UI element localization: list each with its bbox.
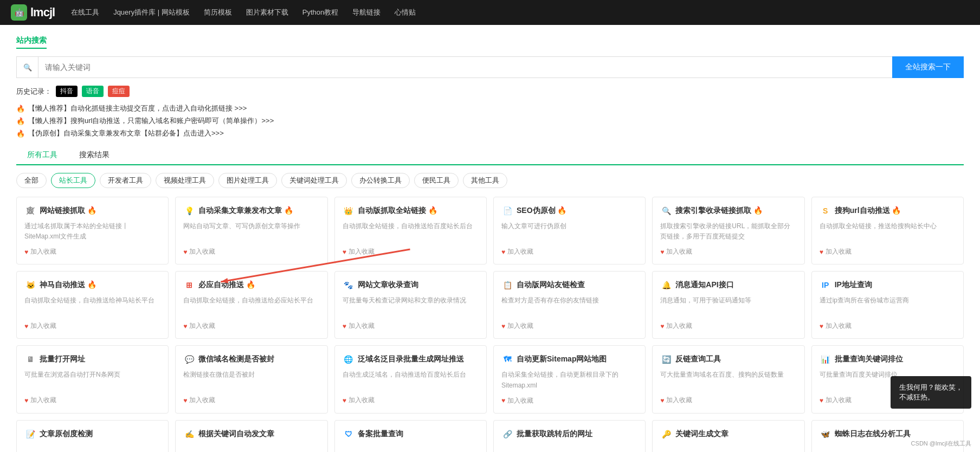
tool-card-14[interactable]: 🌐 泛域名泛目录批量生成网址推送 自动生成泛域名，自动推送给百度站长后台 ♥ 加… <box>334 345 487 413</box>
fav-heart-icon: ♥ <box>820 397 823 404</box>
tool-card-fav-5[interactable]: ♥ 加入收藏 <box>820 247 956 256</box>
fav-heart-icon: ♥ <box>24 397 28 404</box>
tool-card-fav-16[interactable]: ♥ 加入收藏 <box>660 396 796 405</box>
tool-card-11[interactable]: IP IP地址查询 通过ip查询所在省份城市运营商 ♥ 加入收藏 <box>811 271 964 339</box>
tool-card-fav-4[interactable]: ♥ 加入收藏 <box>660 247 796 256</box>
history-tag-痘痘[interactable]: 痘痘 <box>108 86 130 97</box>
tool-card-title-23: 🦋 蜘蛛日志在线分析工具 <box>820 428 956 440</box>
tool-icon-20: 🛡 <box>343 428 354 440</box>
tool-card-fav-3[interactable]: ♥ 加入收藏 <box>501 247 637 256</box>
tool-card-title-22: 🔑 关键词生成文章 <box>660 428 796 440</box>
tool-icon-19: ✍ <box>183 428 195 440</box>
tool-card-fav-7[interactable]: ♥ 加入收藏 <box>183 321 319 331</box>
filter-其他工具[interactable]: 其他工具 <box>463 173 507 188</box>
tool-card-21[interactable]: 🔗 批量获取跳转后的网址 ♥ 加入收藏 <box>493 420 646 452</box>
promo-item[interactable]: 🔥【懒人推荐】搜狗url自动推送，只需输入域名和账户密码即可（简单操作）>>> <box>16 116 964 126</box>
fav-heart-icon: ♥ <box>24 322 28 330</box>
tool-card-10[interactable]: 🔔 消息通知API接口 消息通知，可用于验证码通知等 ♥ 加入收藏 <box>652 271 804 339</box>
search-button[interactable]: 全站搜索一下 <box>892 56 964 78</box>
tool-card-6[interactable]: 🐱 神马自动推送 🔥 自动抓取全站链接，自动推送给神马站长平台 ♥ 加入收藏 <box>16 271 169 339</box>
tool-icon-12: 🖥 <box>24 353 36 365</box>
nav-item-0[interactable]: 在线工具 <box>66 5 105 20</box>
tool-card-desc-1: 网站自动写文章、可写伪原创文章等操作 <box>183 221 319 242</box>
promo-item[interactable]: 🔥【懒人推荐】自动化抓链接主动提交百度，点击进入自动化抓链接 >>> <box>16 104 964 113</box>
tool-card-20[interactable]: 🛡 备案批量查询 ♥ 加入收藏 <box>334 420 487 452</box>
tool-card-title-15: 🗺 自动更新Sitemap网站地图 <box>501 353 637 365</box>
site-logo[interactable]: 🤖 lmcjl <box>11 4 55 21</box>
tool-card-desc-3: 输入文章可进行伪原创 <box>501 221 637 242</box>
logo-icon: 🤖 <box>11 4 27 21</box>
fav-heart-icon: ♥ <box>183 248 187 256</box>
tool-card-3[interactable]: 📄 SEO伪原创 🔥 输入文章可进行伪原创 ♥ 加入收藏 <box>493 197 646 264</box>
filter-便民工具[interactable]: 便民工具 <box>414 173 459 188</box>
nav-item-4[interactable]: Python教程 <box>297 5 344 20</box>
filter-视频处理工具[interactable]: 视频处理工具 <box>156 173 214 188</box>
tab-所有工具[interactable]: 所有工具 <box>16 146 68 165</box>
tool-card-12[interactable]: 🖥 批量打开网址 可批量在浏览器自动打开N条网页 ♥ 加入收藏 <box>16 345 169 413</box>
search-input[interactable] <box>38 56 892 78</box>
tool-card-4[interactable]: 🔍 搜索引擎收录链接抓取 🔥 抓取搜索引擎收录的链接URL，能抓取全部分页链接，… <box>652 197 804 264</box>
tool-card-fav-2[interactable]: ♥ 加入收藏 <box>343 247 479 256</box>
tool-icon-13: 💬 <box>183 353 195 365</box>
tool-card-16[interactable]: 🔄 反链查询工具 可大批量查询域名在百度、搜狗的反链数量 ♥ 加入收藏 <box>652 345 804 413</box>
nav-item-5[interactable]: 导航链接 <box>347 5 386 20</box>
fav-heart-icon: ♥ <box>183 322 187 330</box>
nav-item-2[interactable]: 简历模板 <box>198 5 237 20</box>
tool-card-desc-4: 抓取搜索引擎收录的链接URL，能抓取全部分页链接，多用于百度死链提交 <box>660 221 796 242</box>
tool-card-2[interactable]: 👑 自动版抓取全站链接 🔥 自动抓取全站链接，自动推送给百度站长后台 ♥ 加入收… <box>334 197 487 264</box>
tool-card-desc-15: 自动采集全站链接，自动更新根目录下的Sitemap.xml <box>501 370 637 390</box>
toast-popup: 生我何用？能欢笑， 不减狂热。 <box>891 376 971 409</box>
tab-搜索结果[interactable]: 搜索结果 <box>68 146 120 164</box>
filter-全部[interactable]: 全部 <box>16 173 47 188</box>
main-nav: 在线工具Jquery插件库 | 网站模板简历模板图片素材下载Python教程导航… <box>66 5 969 20</box>
tool-icon-16: 🔄 <box>660 353 672 365</box>
tool-card-22[interactable]: 🔑 关键词生成文章 ♥ 加入收藏 <box>652 420 804 452</box>
tool-icon-15: 🗺 <box>501 353 513 365</box>
tool-card-8[interactable]: 🐾 网站文章收录查询 可批量每天检查记录网站和文章的收录情况 ♥ 加入收藏 <box>334 271 487 339</box>
tool-icon-22: 🔑 <box>660 428 672 440</box>
tool-card-fav-10[interactable]: ♥ 加入收藏 <box>660 321 796 331</box>
history-tag-语音[interactable]: 语音 <box>82 86 104 97</box>
tool-card-title-14: 🌐 泛域名泛目录批量生成网址推送 <box>343 353 479 365</box>
tool-card-fav-0[interactable]: ♥ 加入收藏 <box>24 247 160 256</box>
history-tag-抖音[interactable]: 抖音 <box>56 86 78 97</box>
nav-item-3[interactable]: 图片素材下载 <box>241 5 294 20</box>
tool-card-fav-6[interactable]: ♥ 加入收藏 <box>24 321 160 331</box>
tool-card-fav-11[interactable]: ♥ 加入收藏 <box>820 321 956 331</box>
filter-图片处理工具[interactable]: 图片处理工具 <box>218 173 277 188</box>
tool-card-15[interactable]: 🗺 自动更新Sitemap网站地图 自动采集全站链接，自动更新根目录下的Site… <box>493 345 646 413</box>
filter-开发者工具[interactable]: 开发者工具 <box>100 173 151 188</box>
tool-card-9[interactable]: 📋 自动版网站友链检查 检查对方是否有存在你的友情链接 ♥ 加入收藏 <box>493 271 646 339</box>
filter-关键词处理工具[interactable]: 关键词处理工具 <box>281 173 347 188</box>
tool-card-title-10: 🔔 消息通知API接口 <box>660 279 796 291</box>
fav-heart-icon: ♥ <box>24 248 28 256</box>
tool-card-18[interactable]: 📝 文章原创度检测 ♥ 加入收藏 <box>16 420 169 452</box>
tool-card-fav-1[interactable]: ♥ 加入收藏 <box>183 247 319 256</box>
nav-item-1[interactable]: Jquery插件库 | 网站模板 <box>108 5 195 20</box>
filter-办公转换工具[interactable]: 办公转换工具 <box>351 173 410 188</box>
fav-heart-icon: ♥ <box>820 248 823 256</box>
tool-card-fav-15[interactable]: ♥ 加入收藏 <box>501 396 637 405</box>
tool-card-fav-9[interactable]: ♥ 加入收藏 <box>501 321 637 331</box>
nav-item-6[interactable]: 心情贴 <box>389 5 421 20</box>
tool-card-13[interactable]: 💬 微信域名检测是否被封 检测链接在微信是否被封 ♥ 加入收藏 <box>175 345 327 413</box>
tool-card-desc-5: 自动抓取全站链接，推送给搜狗站长中心 <box>820 221 956 242</box>
tool-card-desc-21 <box>501 444 637 452</box>
tool-card-title-5: S 搜狗url自动推送 🔥 <box>820 205 956 217</box>
tool-card-fav-12[interactable]: ♥ 加入收藏 <box>24 396 160 405</box>
filter-站长工具[interactable]: 站长工具 <box>51 173 95 188</box>
tool-card-19[interactable]: ✍ 根据关键词自动发文章 ♥ 加入收藏 <box>175 420 327 452</box>
promo-item[interactable]: 🔥【伪原创】自动采集文章兼发布文章【站群必备】点击进入>>> <box>16 128 964 138</box>
fav-heart-icon: ♥ <box>501 248 505 256</box>
tool-card-0[interactable]: 🕸 网站链接抓取 🔥 通过域名抓取属于本站的全站链接丨SiteMap.xml文件… <box>16 197 169 264</box>
tool-card-7[interactable]: ⊞ 必应自动推送 🔥 自动抓取全站链接，自动推送给必应站长平台 ♥ 加入收藏 <box>175 271 327 339</box>
tool-card-5[interactable]: S 搜狗url自动推送 🔥 自动抓取全站链接，推送给搜狗站长中心 ♥ 加入收藏 <box>811 197 964 264</box>
tool-card-fav-8[interactable]: ♥ 加入收藏 <box>343 321 479 331</box>
tool-card-fav-13[interactable]: ♥ 加入收藏 <box>183 396 319 405</box>
tool-card-1[interactable]: 💡 自动采集文章兼发布文章 🔥 网站自动写文章、可写伪原创文章等操作 ♥ 加入收… <box>175 197 327 264</box>
fav-heart-icon: ♥ <box>501 322 505 330</box>
tool-icon-5: S <box>820 205 831 217</box>
tool-card-fav-14[interactable]: ♥ 加入收藏 <box>343 396 479 405</box>
tool-icon-2: 👑 <box>343 205 354 217</box>
tool-card-title-4: 🔍 搜索引擎收录链接抓取 🔥 <box>660 205 796 217</box>
